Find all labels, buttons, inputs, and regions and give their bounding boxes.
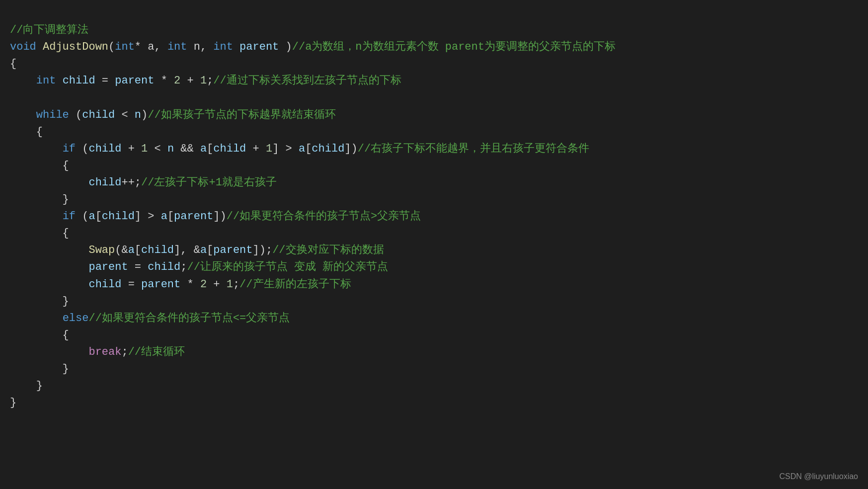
code-token: while [36, 109, 69, 121]
line-content: parent = child;//让原来的孩子节点 变成 新的父亲节点 [10, 259, 868, 276]
code-token: ( [69, 109, 82, 121]
code-token [10, 244, 88, 256]
line-content: } [10, 293, 868, 310]
code-token: //结束循环 [128, 346, 185, 358]
code-token: [ [95, 210, 102, 223]
line-content: if (child + 1 < n && a[child + 1] > a[ch… [10, 141, 868, 158]
code-token: ; [207, 75, 213, 87]
code-line: } [10, 191, 868, 208]
code-token: ) [279, 41, 292, 53]
line-content: Swap(&a[child], &a[parent]);//交换对应下标的数据 [10, 242, 868, 259]
code-token: child [312, 143, 344, 155]
code-token: //交换对应下标的数据 [272, 244, 384, 256]
code-token: } [10, 397, 16, 409]
line-content: if (a[child] > a[parent])//如果更符合条件的孩子节点>… [10, 208, 868, 225]
code-line [10, 89, 868, 106]
code-token: = [95, 75, 115, 87]
code-token [56, 75, 62, 87]
code-line: { [10, 56, 868, 73]
code-token: + [246, 143, 266, 155]
code-token [10, 143, 63, 155]
code-token: } [10, 295, 69, 308]
code-token: Swap [88, 244, 115, 256]
line-content: int child = parent * 2 + 1;//通过下标关系找到左孩子… [10, 73, 868, 89]
code-token: child [82, 109, 115, 121]
code-token: parent [174, 210, 213, 223]
code-token: [ [305, 143, 312, 155]
code-token: a [200, 244, 207, 256]
code-token: 2 [200, 278, 207, 291]
code-token: * [180, 278, 200, 291]
code-line: } [10, 395, 868, 411]
code-line: if (a[child] > a[parent])//如果更符合条件的孩子节点>… [10, 208, 868, 225]
code-token: //如果更符合条件的孩子节点>父亲节点 [227, 210, 421, 223]
line-content: void AdjustDown(int* a, int n, int paren… [10, 39, 868, 56]
code-line: } [10, 361, 868, 378]
code-line: else//如果更符合条件的孩子节点<=父亲节点 [10, 310, 868, 327]
code-token: [ [135, 244, 141, 256]
code-token: void [10, 41, 36, 53]
code-token: child [141, 244, 174, 256]
code-token: 1 [266, 143, 272, 155]
code-token: } [10, 193, 69, 206]
code-token: 1 [227, 278, 233, 291]
code-token [36, 41, 43, 53]
code-token: n, [187, 41, 213, 53]
code-token: + [207, 278, 227, 291]
code-token: 1 [200, 75, 207, 87]
code-token: ]) [344, 143, 357, 155]
code-token: parent [88, 261, 128, 273]
code-token: ]) [213, 210, 226, 223]
code-token: (& [115, 244, 128, 256]
code-token: //左孩子下标+1就是右孩子 [141, 176, 277, 189]
code-token [10, 176, 88, 189]
line-content: { [10, 158, 868, 174]
code-token: child [88, 143, 121, 155]
code-token: = [128, 261, 148, 273]
code-token [10, 261, 88, 273]
line-content: { [10, 124, 868, 141]
code-line: child = parent * 2 + 1;//产生新的左孩子下标 [10, 276, 868, 293]
code-token: a [161, 210, 167, 223]
line-content [10, 89, 868, 106]
code-token [10, 109, 36, 121]
code-token: ]); [253, 244, 273, 256]
code-line: { [10, 225, 868, 242]
code-token: { [10, 126, 43, 138]
code-token: int [213, 41, 233, 53]
code-token: //a为数组，n为数组元素个数 parent为要调整的父亲节点的下标 [292, 41, 616, 53]
code-token: ], & [174, 244, 200, 256]
line-content: { [10, 225, 868, 242]
code-line: } [10, 378, 868, 395]
code-token: int [36, 75, 56, 87]
code-token: child [88, 278, 121, 291]
code-token: int [115, 41, 135, 53]
line-content: while (child < n)//如果孩子节点的下标越界就结束循环 [10, 107, 868, 124]
line-content: } [10, 378, 868, 395]
code-token: a [299, 143, 305, 155]
code-token: //向下调整算法 [10, 24, 88, 36]
code-token: = [121, 278, 141, 291]
code-token: 1 [141, 143, 148, 155]
code-token: //通过下标关系找到左孩子节点的下标 [213, 75, 401, 87]
code-line: void AdjustDown(int* a, int n, int paren… [10, 39, 868, 56]
code-token: //如果孩子节点的下标越界就结束循环 [148, 109, 335, 121]
code-token: ; [180, 261, 187, 273]
code-token: [ [207, 244, 213, 256]
code-token: n [135, 109, 141, 121]
code-token: a [128, 244, 135, 256]
code-token: { [10, 58, 16, 70]
code-line: { [10, 158, 868, 174]
code-token: ( [76, 143, 88, 155]
code-token: [ [207, 143, 213, 155]
code-token: ; [233, 278, 239, 291]
line-content: } [10, 395, 868, 411]
code-token: child [102, 210, 135, 223]
line-content: } [10, 361, 868, 378]
code-token: { [10, 160, 69, 172]
code-token: if [63, 143, 76, 155]
code-token: < [148, 143, 167, 155]
code-token: } [10, 363, 69, 375]
code-token [10, 312, 63, 325]
code-token: child [88, 176, 121, 189]
